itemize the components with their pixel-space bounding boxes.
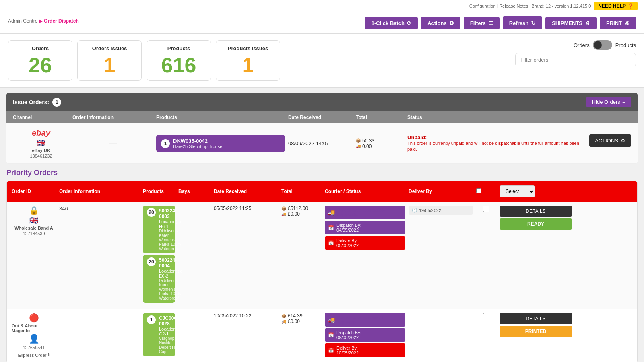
row-checkbox-2[interactable] <box>483 313 489 319</box>
actions-label: Actions <box>427 20 447 26</box>
breadcrumb-current: Order Dispatch <box>44 18 79 24</box>
channel-name-2: Out & About Magento <box>12 323 56 333</box>
products-card-value: 616 <box>155 55 202 76</box>
courier-icon-2: 🚚 <box>328 317 335 323</box>
ph-products: Products <box>143 189 175 194</box>
filter-icon: ☰ <box>488 20 493 26</box>
checkbox-cell-2 <box>476 313 496 319</box>
filter-orders-input[interactable] <box>515 53 636 66</box>
refresh-button[interactable]: Refresh ↻ <box>503 16 542 29</box>
col-status: Status <box>407 115 631 120</box>
product-pill-green-1b: 20 500224-0004 Location(s): E6-2 Didriks… <box>143 255 175 303</box>
priority-orders-section: Priority Orders Order ID Order informati… <box>6 169 638 362</box>
row-checkbox-1[interactable] <box>483 206 489 212</box>
qty-1b: 20 <box>147 257 156 266</box>
calendar-icon-1: 📅 <box>328 225 334 230</box>
ebay-logo: ebay <box>32 128 50 138</box>
orders-card-value: 26 <box>17 55 64 76</box>
orders-products-toggle[interactable] <box>593 40 612 50</box>
courier-cell-1: 🚚 ParcelForce Express24 - express24 📅 Di… <box>325 206 405 250</box>
products-cell-1: 20 500224-0003 Location(s): H6-1 Didriks… <box>143 206 175 304</box>
actions-cell-1: DETAILS READY <box>500 206 572 231</box>
qty-1a: 20 <box>147 208 156 217</box>
courier-link-2[interactable]: ParcelForce Express24 - express24 <box>337 315 402 325</box>
ph-bays: Bays <box>178 189 211 194</box>
print-icon: 🖨 <box>624 20 630 26</box>
channel-cell: ebay 🇬🇧 eBay UK 138461232 <box>13 128 69 158</box>
courier-box-1: 🚚 ParcelForce Express24 - express24 <box>325 206 405 219</box>
orders-card-title: Orders <box>17 45 64 51</box>
cards-row: Orders 26 Orders issues 1 Products 616 P… <box>8 40 507 81</box>
courier-cell-2: 🚚 ParcelForce Express24 - express24 📅 Di… <box>325 313 405 357</box>
issue-orders-section: Issue Orders: 1 Hide Orders – Channel Or… <box>6 93 638 164</box>
express-order-label: Express Order ℹ <box>18 352 50 358</box>
toggle-orders-label: Orders <box>574 42 590 48</box>
refresh-label: Refresh <box>509 20 528 26</box>
col-total: Total <box>356 115 404 120</box>
shipments-button[interactable]: SHIPMENTS 🖨 <box>545 17 597 29</box>
courier-box-2: 🚚 ParcelForce Express24 - express24 <box>325 313 405 327</box>
col-date: Date Received <box>288 115 353 120</box>
actions-cell-2: DETAILS PRINTED <box>500 313 572 337</box>
ph-select: Select Option 1 Option 2 <box>500 185 572 197</box>
breadcrumb: Admin Centre ▶ Order Dispatch <box>8 18 79 24</box>
ph-deliver-by: Deliver By <box>409 189 473 194</box>
channel-name-1: Wholesale Band A <box>14 226 53 230</box>
products-issues-title: Products issues <box>224 45 272 51</box>
need-help-button[interactable]: NEED HELP ❓ <box>594 2 638 10</box>
channel-flag: 🇬🇧 <box>37 138 45 147</box>
prod-name: Dare2b Step it up Trouser <box>173 144 280 149</box>
issue-orders-header: Issue Orders: 1 Hide Orders – <box>6 93 638 111</box>
prod-id: DKW035-0042 <box>173 138 280 144</box>
channel-id-2: 127659541 <box>23 345 45 350</box>
prod-info: DKW035-0042 Dare2b Step it up Trouser <box>173 138 280 149</box>
toggle-products-label: Products <box>615 42 636 48</box>
toolbar: 1-Click Batch ⟳ Actions ⚙ Filters ☰ Refr… <box>365 16 636 29</box>
issue-orders-title: Issue Orders: 1 <box>13 98 61 107</box>
channel-flag-1: 🇬🇧 <box>29 216 38 225</box>
details-button-2[interactable]: DETAILS <box>500 313 572 324</box>
row-actions-button[interactable]: ACTIONS ⚙ <box>589 134 631 147</box>
actions-button[interactable]: Actions ⚙ <box>421 17 460 29</box>
printed-button-2[interactable]: PRINTED <box>500 326 572 337</box>
product-pill-green-1a: 20 500224-0003 Location(s): H6-1 Didriks… <box>143 206 175 253</box>
ph-courier: Courier / Status <box>325 189 405 194</box>
breadcrumb-arrow: ▶ <box>39 18 43 24</box>
col-channel: Channel <box>13 115 69 120</box>
issue-count-badge: 1 <box>52 98 61 107</box>
ph-order-id: Order ID <box>12 189 56 194</box>
product-cell: 1 DKW035-0042 Dare2b Step it up Trouser <box>156 135 285 152</box>
product-pill: 1 DKW035-0042 Dare2b Step it up Trouser <box>156 135 285 152</box>
hide-orders-button[interactable]: Hide Orders – <box>586 97 631 107</box>
need-help-label: NEED HELP <box>598 3 626 9</box>
details-button-1[interactable]: DETAILS <box>500 206 572 217</box>
col-order-info: Order information <box>72 115 153 120</box>
qty-badge: 1 <box>161 139 170 148</box>
toggle-row: Orders Products <box>574 40 636 50</box>
print-button[interactable]: PRINT 🖨 <box>600 17 636 29</box>
prod-info-1a: 500224-0003 Location(s): H6-1 Didriksons… <box>159 208 182 251</box>
filter-toggle-area: Orders Products <box>515 40 636 66</box>
batch-button[interactable]: 1-Click Batch ⟳ <box>365 17 418 29</box>
orders-issues-card: Orders issues 1 <box>77 40 142 81</box>
deliver-calendar-1: 📅 <box>328 240 334 246</box>
prod-info-2a: CJC006-0028 Location(s): G2-1 Craghopper… <box>159 315 182 354</box>
calendar-icon-2: 📅 <box>328 332 334 338</box>
status-label: Unpaid: <box>407 134 586 140</box>
channel-id-1: 127184539 <box>23 231 45 236</box>
total-cell-1: 📦 £5112.00 🚚 £0.00 <box>281 206 322 217</box>
date-cell-2: 10/05/2022 10:22 <box>214 313 278 319</box>
deliver-by-date-1: 🕐 19/05/2022 <box>409 206 473 215</box>
status-description: This order is currently unpaid and will … <box>407 140 586 153</box>
refresh-icon: ↻ <box>531 20 536 26</box>
select-dropdown[interactable]: Select Option 1 Option 2 <box>500 185 535 197</box>
products-card-title: Products <box>155 45 202 51</box>
ready-button-1[interactable]: READY <box>500 218 572 230</box>
channel-cell-1: 🔒 🇬🇧 Wholesale Band A 127184539 <box>12 206 56 236</box>
courier-link-1[interactable]: ParcelForce Express24 - express24 <box>337 208 402 217</box>
select-all-checkbox[interactable] <box>476 188 481 193</box>
brand-text: Brand: 12 - version 1.12.415.0 <box>531 4 591 8</box>
filters-button[interactable]: Filters ☰ <box>464 17 500 29</box>
priority-orders-table: Order ID Order information Products Bays… <box>6 181 638 362</box>
orders-issues-title: Orders issues <box>86 45 133 51</box>
